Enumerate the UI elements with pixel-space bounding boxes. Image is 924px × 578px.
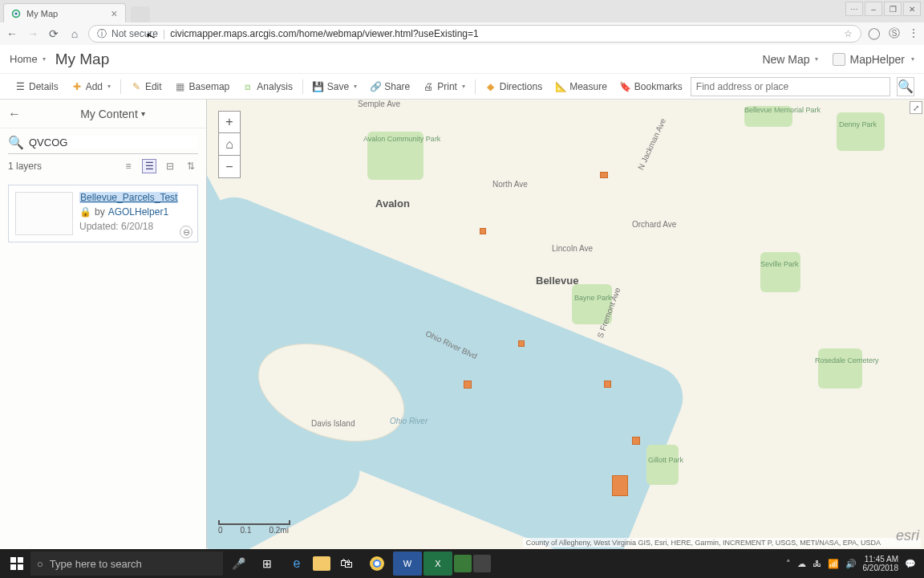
zoom-out-button[interactable]: − bbox=[218, 156, 241, 178]
chrome-menu-icon[interactable]: ⋮ bbox=[908, 26, 919, 41]
share-icon: 🔗 bbox=[370, 81, 381, 92]
map-content: Bellevue Avalon Ohio River Davis Island … bbox=[207, 100, 924, 549]
tab-favicon bbox=[10, 8, 22, 19]
taskbar-search[interactable]: ○ Type here to search bbox=[30, 552, 223, 576]
forward-button[interactable]: → bbox=[26, 26, 40, 41]
info-icon: ⓘ bbox=[97, 27, 107, 41]
save-dropdown[interactable]: 💾Save▾ bbox=[308, 79, 362, 95]
edge-icon[interactable]: e bbox=[282, 552, 311, 576]
store-icon[interactable]: 🛍 bbox=[332, 552, 361, 576]
side-panel: ← My Content ▾ ↖ 🔍 1 layers ≡ ☰ ⊟ ⇅ Bell… bbox=[0, 100, 207, 549]
file-explorer-icon[interactable] bbox=[313, 556, 330, 571]
ext-s-icon[interactable]: Ⓢ bbox=[889, 26, 900, 41]
esri-logo: esri bbox=[896, 527, 919, 544]
close-window-button[interactable]: ✕ bbox=[903, 2, 921, 16]
sort-icon[interactable]: ⇅ bbox=[184, 159, 198, 173]
measure-button[interactable]: 📐Measure bbox=[550, 79, 612, 95]
bookmarks-button[interactable]: 🔖Bookmarks bbox=[615, 79, 687, 95]
tray-clock[interactable]: 11:45 AM 6/20/2018 bbox=[863, 555, 899, 572]
app-icon-dark[interactable] bbox=[473, 555, 491, 572]
security-label: Not secure bbox=[111, 28, 158, 39]
chevron-down-icon: ▾ bbox=[107, 83, 111, 90]
panel-title-dropdown[interactable]: My Content ▾ bbox=[27, 108, 198, 120]
view-list-icon[interactable]: ≡ bbox=[121, 159, 136, 173]
panel-search-input[interactable] bbox=[29, 136, 198, 149]
tray-wifi-icon[interactable]: 📶 bbox=[828, 559, 839, 569]
back-button[interactable]: ← bbox=[5, 26, 19, 41]
home-chrome-button[interactable]: ⌂ bbox=[67, 26, 82, 41]
tray-chevron-icon[interactable]: ˄ bbox=[786, 559, 791, 569]
add-icon: ✚ bbox=[71, 81, 83, 92]
map-canvas[interactable]: Bellevue Avalon Ohio River Davis Island … bbox=[207, 100, 924, 549]
view-detail-icon[interactable]: ☰ bbox=[142, 159, 156, 173]
chevron-down-icon: ▾ bbox=[911, 55, 914, 63]
tray-network-icon[interactable]: 🖧 bbox=[813, 559, 821, 568]
user-menu[interactable]: MapHelper ▾ bbox=[833, 53, 914, 66]
address-bar[interactable]: ⓘ Not secure | civicmapper.maps.arcgis.c… bbox=[88, 25, 861, 43]
layer-result-card[interactable]: Bellevue_Parcels_Test 🔒 by AGOLHelper1 U… bbox=[8, 185, 198, 242]
scale-bar: 0 0.1 0.2mi bbox=[218, 520, 290, 535]
svg-point-9 bbox=[375, 561, 379, 566]
new-map-dropdown[interactable]: New Map ▾ bbox=[762, 53, 817, 66]
task-view-icon[interactable]: ⊞ bbox=[253, 552, 281, 576]
geocode-search[interactable] bbox=[691, 77, 890, 96]
svg-rect-6 bbox=[18, 564, 23, 570]
map-attribution: County of Allegheny, West Virginia GIS, … bbox=[523, 538, 921, 547]
bookmark-icon: 🔖 bbox=[620, 81, 631, 92]
address-row: ← → ⟳ ⌂ ⓘ Not secure | civicmapper.maps.… bbox=[0, 22, 924, 45]
tray-volume-icon[interactable]: 🔊 bbox=[845, 559, 857, 569]
tray-notifications-icon[interactable]: 💬 bbox=[905, 559, 916, 569]
chrome-extension-icons: ◯ Ⓢ ⋮ bbox=[868, 26, 919, 41]
edit-button[interactable]: ✎Edit bbox=[126, 79, 167, 95]
expand-map-button[interactable]: ⤢ bbox=[910, 101, 922, 114]
card-more-button[interactable]: ⊖ bbox=[180, 226, 192, 238]
geocode-search-button[interactable]: 🔍 bbox=[897, 77, 914, 96]
directions-button[interactable]: ◆Directions bbox=[480, 79, 547, 95]
layer-title-link[interactable]: Bellevue_Parcels_Test bbox=[79, 192, 178, 203]
geocode-input[interactable] bbox=[696, 81, 885, 92]
save-icon: 💾 bbox=[313, 81, 324, 92]
browser-chrome: My Map × ⋯ – ❐ ✕ ← → ⟳ ⌂ ⓘ Not secure | … bbox=[0, 0, 924, 45]
details-icon: ☰ bbox=[14, 81, 26, 92]
minimize-button[interactable]: – bbox=[865, 2, 882, 16]
author-link[interactable]: AGOLHelper1 bbox=[108, 206, 168, 218]
chevron-down-icon: ▾ bbox=[462, 83, 465, 90]
panel-back-button[interactable]: ← bbox=[8, 107, 21, 121]
bookmark-star-icon[interactable]: ☆ bbox=[844, 28, 853, 39]
avatar-icon bbox=[833, 53, 845, 66]
map-toolbar: ☰Details ✚Add▾ ✎Edit ▦Basemap ⧈Analysis … bbox=[0, 74, 924, 100]
start-button[interactable] bbox=[5, 552, 29, 576]
directions-icon: ◆ bbox=[485, 81, 496, 92]
details-button[interactable]: ☰Details bbox=[10, 79, 63, 95]
basemap-button[interactable]: ▦Basemap bbox=[170, 79, 235, 95]
windows-taskbar: ○ Type here to search 🎤 ⊞ e 🛍 W X ˄ ☁ 🖧 … bbox=[0, 549, 924, 578]
print-dropdown[interactable]: 🖨Print▾ bbox=[418, 79, 470, 95]
app-icon-green[interactable] bbox=[454, 555, 472, 572]
word-icon[interactable]: W bbox=[393, 552, 422, 576]
add-dropdown[interactable]: ✚Add▾ bbox=[67, 79, 116, 95]
chevron-down-icon: ▾ bbox=[43, 55, 46, 63]
tab-close-icon[interactable]: × bbox=[111, 7, 117, 20]
home-dropdown[interactable]: Home ▾ bbox=[10, 53, 46, 65]
zoom-in-button[interactable]: + bbox=[218, 111, 241, 133]
default-extent-button[interactable]: ⌂ bbox=[218, 133, 241, 156]
new-tab-button[interactable] bbox=[131, 6, 150, 22]
ext-icon[interactable]: ⋯ bbox=[845, 2, 863, 16]
taskbar-mic-icon[interactable]: 🎤 bbox=[225, 552, 252, 576]
print-icon: 🖨 bbox=[423, 81, 434, 92]
chrome-icon[interactable] bbox=[363, 552, 391, 576]
view-table-icon[interactable]: ⊟ bbox=[163, 159, 177, 173]
maximize-button[interactable]: ❐ bbox=[884, 2, 902, 16]
analysis-button[interactable]: ⧈Analysis bbox=[237, 79, 298, 95]
share-button[interactable]: 🔗Share bbox=[365, 79, 415, 95]
layer-count: 1 layers bbox=[8, 161, 42, 172]
ext-circle-icon[interactable]: ◯ bbox=[868, 26, 881, 41]
svg-rect-4 bbox=[18, 557, 23, 563]
browser-tab[interactable]: My Map × bbox=[3, 3, 126, 22]
tab-title: My Map bbox=[26, 9, 58, 18]
tray-cloud-icon[interactable]: ☁ bbox=[797, 559, 806, 569]
svg-rect-3 bbox=[10, 557, 16, 563]
excel-icon[interactable]: X bbox=[424, 552, 452, 576]
reload-button[interactable]: ⟳ bbox=[47, 26, 61, 41]
cortana-icon: ○ bbox=[37, 558, 43, 570]
